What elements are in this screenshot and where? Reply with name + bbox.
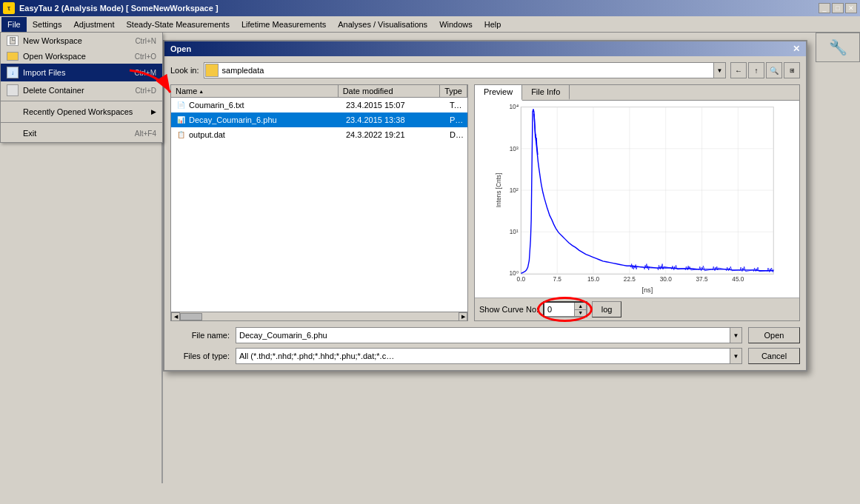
nav-view-button[interactable]: ⊞ bbox=[784, 62, 800, 78]
log-button[interactable]: log bbox=[592, 301, 621, 317]
new-workspace-shortcut: Ctrl+N bbox=[135, 37, 156, 45]
show-curve-label: Show Curve No: bbox=[479, 305, 539, 314]
show-curve-row: Show Curve No: 0 ▲ ▼ bbox=[475, 298, 799, 320]
curve-spinner[interactable]: 0 ▲ ▼ bbox=[543, 301, 587, 317]
file-name-label: File name: bbox=[170, 331, 230, 340]
scrollbar-thumb[interactable] bbox=[180, 313, 202, 320]
title-bar: τ EasyTau 2 (Analysis Mode) [ SomeNewWor… bbox=[0, 0, 860, 16]
file-row[interactable]: 📋 output.dat 24.3.2022 19:21 DAT File bbox=[171, 127, 467, 142]
delete-container-icon bbox=[7, 84, 19, 96]
svg-text:10²: 10² bbox=[510, 187, 519, 194]
minimize-button[interactable]: _ bbox=[819, 3, 830, 13]
file-name-combo[interactable]: Decay_Coumarin_6.phu ▼ bbox=[236, 327, 742, 343]
col-header-date[interactable]: Date modified bbox=[339, 85, 440, 97]
menu-delete-container[interactable]: Delete Container Ctrl+D bbox=[1, 81, 162, 99]
svg-text:Intens [Cnts]: Intens [Cnts] bbox=[495, 173, 502, 208]
menu-adjustment[interactable]: Adjustment bbox=[67, 17, 120, 32]
col-name-label: Name bbox=[176, 87, 197, 95]
dialog-main: Name ▲ Date modified Type bbox=[170, 84, 800, 321]
tab-preview[interactable]: Preview bbox=[475, 85, 522, 101]
open-workspace-shortcut: Ctrl+O bbox=[135, 53, 156, 61]
menu-new-workspace[interactable]: New Workspace Ctrl+N bbox=[1, 33, 162, 49]
svg-rect-1 bbox=[521, 107, 773, 275]
submenu-arrow: ▶ bbox=[151, 108, 156, 115]
svg-text:0.0: 0.0 bbox=[517, 275, 526, 283]
file-type-icon: 📊 bbox=[176, 115, 186, 125]
file-name-text: Coumarin_6.txt bbox=[189, 101, 244, 110]
folder-icon bbox=[205, 64, 219, 77]
dialog-bottom: File name: Decay_Coumarin_6.phu ▼ Open F… bbox=[170, 327, 800, 364]
menu-lifetime[interactable]: Lifetime Measurements bbox=[236, 17, 332, 32]
file-dropdown: New Workspace Ctrl+N Open Workspace Ctrl… bbox=[0, 33, 163, 143]
menu-help[interactable]: Help bbox=[479, 17, 507, 32]
nav-back-button[interactable]: ← bbox=[730, 62, 747, 78]
file-name-text: output.dat bbox=[189, 130, 225, 139]
files-of-type-combo[interactable]: All (*.thd;*.nhd;*.phd;*.hhd;*.phu;*.dat… bbox=[236, 348, 742, 364]
file-name-cell: 📄 Coumarin_6.txt bbox=[171, 99, 341, 111]
files-of-type-dropdown-arrow[interactable]: ▼ bbox=[730, 349, 741, 363]
file-row[interactable]: 📄 Coumarin_6.txt 23.4.2015 15:07 Text Do… bbox=[171, 98, 467, 112]
file-name-dropdown-arrow[interactable]: ▼ bbox=[730, 328, 741, 343]
delete-container-label: Delete Container bbox=[23, 86, 84, 95]
file-list-body: 📄 Coumarin_6.txt 23.4.2015 15:07 Text Do… bbox=[171, 98, 467, 312]
dialog-close-button[interactable]: ✕ bbox=[793, 44, 800, 54]
look-in-label: Look in: bbox=[170, 66, 199, 75]
col-type-label: Type bbox=[444, 87, 462, 95]
file-date-cell: 24.3.2022 19:21 bbox=[341, 130, 445, 140]
file-row[interactable]: 📊 Decay_Coumarin_6.phu 23.4.2015 13:38 P… bbox=[171, 112, 467, 127]
file-list-header: Name ▲ Date modified Type bbox=[171, 85, 467, 98]
menu-settings[interactable]: Settings bbox=[27, 17, 68, 32]
look-in-dropdown-arrow[interactable]: ▼ bbox=[713, 63, 725, 78]
delete-container-shortcut: Ctrl+D bbox=[135, 87, 156, 95]
nav-up-button[interactable]: ↑ bbox=[748, 62, 764, 78]
horizontal-scrollbar[interactable]: ◀ ▶ bbox=[171, 312, 467, 320]
toolbar-wrench[interactable]: 🔧 bbox=[816, 33, 860, 62]
svg-text:10⁴: 10⁴ bbox=[509, 104, 518, 110]
cancel-button[interactable]: Cancel bbox=[748, 348, 800, 364]
nav-toolbar: ← ↑ 🔍 ⊞ bbox=[730, 62, 800, 78]
col-header-name[interactable]: Name ▲ bbox=[171, 85, 339, 97]
restore-button[interactable]: □ bbox=[832, 3, 844, 13]
svg-text:30.0: 30.0 bbox=[660, 275, 673, 283]
scroll-right-button[interactable]: ▶ bbox=[459, 312, 467, 321]
file-type-cell: DAT File bbox=[445, 130, 467, 140]
file-type-cell: Text Docume… bbox=[445, 100, 467, 110]
exit-shortcut: Alt+F4 bbox=[135, 130, 156, 138]
exit-label: Exit bbox=[23, 129, 36, 138]
nav-search-button[interactable]: 🔍 bbox=[766, 62, 782, 78]
file-date-cell: 23.4.2015 13:38 bbox=[341, 115, 445, 125]
col-date-label: Date modified bbox=[343, 87, 393, 95]
app-icon: τ bbox=[3, 2, 15, 14]
menu-recently-opened[interactable]: Recently Opened Workspaces ▶ bbox=[1, 103, 162, 121]
chart-area: 10⁰ 10¹ 10² 10³ 10⁴ 0.0 7.5 15.0 22.5 bbox=[475, 101, 799, 298]
file-type-icon: 📄 bbox=[176, 100, 186, 110]
new-workspace-label: New Workspace bbox=[23, 36, 82, 45]
menu-open-workspace[interactable]: Open Workspace Ctrl+O bbox=[1, 49, 162, 64]
svg-text:7.5: 7.5 bbox=[553, 275, 561, 283]
col-header-type[interactable]: Type bbox=[440, 85, 467, 97]
look-in-combo[interactable]: sampledata ▼ bbox=[204, 62, 726, 78]
separator-2 bbox=[1, 122, 162, 123]
svg-text:[ns]: [ns] bbox=[641, 286, 653, 294]
scroll-left-button[interactable]: ◀ bbox=[171, 312, 180, 321]
svg-text:10³: 10³ bbox=[510, 145, 519, 152]
import-files-label: Import Files bbox=[23, 68, 65, 77]
spinner-down-button[interactable]: ▼ bbox=[575, 310, 586, 317]
curve-value: 0 bbox=[544, 303, 574, 316]
tab-file-info[interactable]: File Info bbox=[522, 85, 570, 100]
close-button[interactable]: ✕ bbox=[845, 3, 857, 13]
menu-steady-state[interactable]: Steady-State Measurements bbox=[121, 17, 236, 32]
menu-analyses[interactable]: Analyses / Visualisations bbox=[332, 17, 433, 32]
sort-arrow: ▲ bbox=[199, 89, 204, 94]
menu-import-files[interactable]: ↓ Import Files Ctrl+M bbox=[1, 64, 162, 81]
menu-windows[interactable]: Windows bbox=[433, 17, 479, 32]
open-workspace-label: Open Workspace bbox=[23, 52, 86, 61]
wrench-icon: 🔧 bbox=[829, 38, 847, 56]
menu-file[interactable]: File bbox=[1, 17, 27, 32]
spinner-up-button[interactable]: ▲ bbox=[575, 303, 586, 310]
file-name-cell: 📋 output.dat bbox=[171, 129, 341, 141]
dialog-title-text: Open bbox=[170, 44, 191, 53]
recently-opened-label: Recently Opened Workspaces bbox=[23, 107, 133, 116]
open-button[interactable]: Open bbox=[748, 327, 800, 343]
menu-exit[interactable]: Exit Alt+F4 bbox=[1, 124, 162, 142]
